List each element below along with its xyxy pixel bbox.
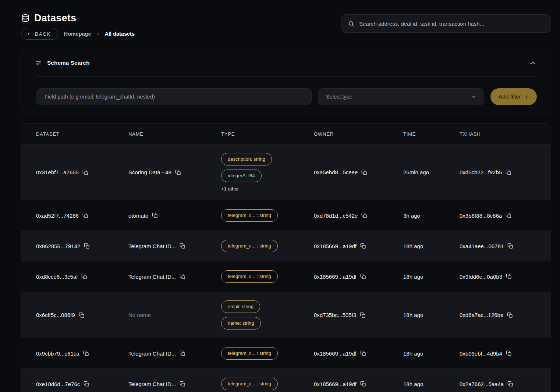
chevron-down-icon (471, 94, 476, 100)
copy-icon[interactable] (506, 274, 512, 279)
collapse-button[interactable] (529, 59, 537, 67)
add-filter-button[interactable]: Add filter + (490, 88, 537, 105)
copy-icon[interactable] (180, 274, 185, 279)
owner-cell: 0xa5ebd8...5ceee (314, 169, 403, 175)
copy-icon[interactable] (79, 312, 85, 318)
column-header-time: TIME (403, 131, 460, 137)
table-row[interactable]: 0xd8cce6...3c5af Telegram Chat ID... tel… (21, 261, 551, 292)
chevron-up-icon (529, 60, 536, 66)
global-search[interactable] (341, 14, 551, 33)
title-row: Datasets (21, 13, 135, 24)
dataset-cell: 0xe18d6d...7e76c (36, 381, 128, 387)
schema-search-title: Schema Search (35, 60, 89, 66)
column-header-name: NAME (128, 131, 221, 137)
txhash-cell: 0x3b6f88...8c66a (460, 213, 551, 219)
table-row[interactable]: 0x862856...79142 Telegram Chat ID... tel… (21, 231, 551, 261)
database-icon (21, 14, 29, 22)
copy-icon[interactable] (506, 213, 511, 218)
copy-icon[interactable] (180, 381, 185, 387)
datasets-table: DATASET NAME TYPE OWNER TIME TXHASH 0x31… (21, 123, 551, 392)
copy-icon[interactable] (175, 170, 181, 175)
owner-cell: 0x185669...a19df (314, 274, 403, 280)
owner-cell: 0x185669...a19df (314, 243, 403, 249)
field-path-input[interactable] (36, 88, 312, 105)
copy-icon[interactable] (82, 170, 88, 175)
add-filter-label: Add filter (499, 93, 521, 100)
dataset-cell: 0x862856...79142 (36, 243, 128, 249)
copy-icon[interactable] (81, 274, 87, 279)
time-cell: 18h ago (403, 243, 460, 249)
dataset-name: Telegram Chat ID... (128, 381, 176, 387)
type-cell: telegram_c... : string (221, 347, 314, 360)
search-icon (348, 21, 354, 27)
time-value: 18h ago (403, 312, 423, 318)
copy-icon[interactable] (507, 243, 513, 249)
name-cell: otomato (128, 213, 221, 219)
copy-icon[interactable] (360, 243, 366, 249)
owner-cell: 0xd78d1d...c542e (314, 213, 403, 219)
time-cell: 3h ago (403, 213, 460, 219)
type-cell: telegram_c... : string (221, 378, 314, 390)
copy-icon[interactable] (507, 312, 513, 318)
column-header-txhash: TXHASH (460, 131, 551, 137)
back-button[interactable]: BACK (21, 28, 58, 40)
copy-icon[interactable] (180, 350, 185, 356)
table-row[interactable]: 0x31ebf7...a7655 Scoring Data - 48 descr… (21, 144, 551, 200)
copy-icon[interactable] (82, 213, 88, 218)
table-row[interactable]: 0xad52f7...74286 otomato telegram_c... :… (21, 200, 551, 231)
dataset-name: Telegram Chat ID... (128, 350, 176, 357)
dataset-id: 0x6cff5c...086f9 (36, 312, 75, 318)
owner-id: 0xd78d1d...c542e (314, 213, 358, 219)
copy-icon[interactable] (506, 350, 512, 356)
dataset-cell: 0xad52f7...74286 (36, 213, 128, 219)
breadcrumb-home[interactable]: Homepage (64, 31, 91, 37)
copy-icon[interactable] (360, 312, 366, 318)
dataset-cell: 0x6cff5c...086f9 (36, 312, 128, 318)
copy-icon[interactable] (361, 213, 367, 218)
chevron-right-icon (96, 32, 100, 36)
dataset-cell: 0x9cbb79...c61ca (36, 350, 128, 357)
table-row[interactable]: 0x6cff5c...086f9 No name email: string n… (21, 292, 551, 338)
type-select[interactable]: Select type (318, 88, 484, 105)
copy-icon[interactable] (83, 350, 89, 356)
copy-icon[interactable] (361, 170, 367, 175)
txhash-cell: 0x9fdd6e...0a0b3 (460, 274, 551, 280)
breadcrumb-current: All datasets (105, 31, 135, 37)
dataset-id: 0xe18d6d...7e76c (36, 381, 80, 387)
copy-icon[interactable] (84, 243, 90, 249)
table-header: DATASET NAME TYPE OWNER TIME TXHASH (21, 124, 551, 144)
txhash-cell: 0x2a7662...5aa4a (460, 381, 551, 387)
time-cell: 18h ago (403, 350, 460, 357)
dataset-cell: 0xd8cce6...3c5af (36, 274, 128, 280)
txhash-cell: 0xd5cb22...f92b5 (460, 169, 551, 175)
copy-icon[interactable] (507, 381, 513, 387)
back-label: BACK (35, 31, 51, 37)
time-cell: 18h ago (403, 312, 460, 318)
column-header-owner: OWNER (314, 131, 403, 137)
owner-id: 0x185669...a19df (314, 381, 357, 387)
name-cell: Telegram Chat ID... (128, 381, 221, 387)
table-row[interactable]: 0xe18d6d...7e76c Telegram Chat ID... tel… (21, 368, 551, 392)
name-cell: Scoring Data - 48 (128, 169, 221, 175)
copy-icon[interactable] (360, 274, 366, 279)
type-badge: telegram_c... : string (221, 209, 278, 222)
owner-id: 0x185669...a19df (314, 350, 357, 357)
type-badge: name: string (221, 317, 261, 329)
type-cell: telegram_c... : string (221, 270, 314, 283)
copy-icon[interactable] (360, 350, 366, 356)
table-row[interactable]: 0x9cbb79...c61ca Telegram Chat ID... tel… (21, 338, 551, 368)
type-select-value: Select type (326, 94, 352, 100)
copy-icon[interactable] (506, 170, 511, 175)
copy-icon[interactable] (360, 381, 366, 387)
schema-search-panel: Schema Search Select type Add filter + (21, 49, 551, 114)
copy-icon[interactable] (152, 213, 158, 218)
owner-id: 0xa5ebd8...5ceee (314, 169, 358, 175)
copy-icon[interactable] (84, 381, 89, 387)
search-input[interactable] (359, 21, 545, 27)
time-cell: 18h ago (403, 381, 460, 387)
txhash-id: 0x3b6f88...8c66a (460, 213, 502, 219)
copy-icon[interactable] (180, 243, 185, 249)
dataset-name: Telegram Chat ID... (128, 243, 176, 249)
txhash-id: 0xa41aee...06781 (460, 243, 504, 249)
txhash-id: 0xd5cb22...f92b5 (460, 169, 502, 175)
